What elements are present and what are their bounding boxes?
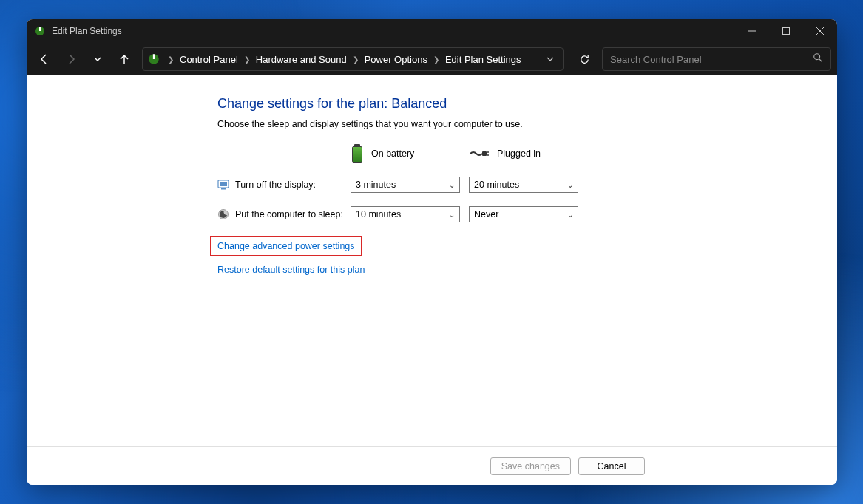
dropdown-value: 20 minutes xyxy=(474,180,519,190)
battery-icon xyxy=(351,144,364,163)
links-section: Change advanced power settings Restore d… xyxy=(217,236,808,284)
column-headers: On battery Plugged in xyxy=(217,144,808,163)
app-icon xyxy=(34,25,46,37)
setting-sleep: Put the computer to sleep: 10 minutes⌄ N… xyxy=(217,206,808,222)
sleep-battery-dropdown[interactable]: 10 minutes⌄ xyxy=(351,206,460,222)
maximize-button[interactable] xyxy=(769,19,803,43)
chevron-down-icon: ⌄ xyxy=(449,181,455,189)
setting-label: Turn off the display: xyxy=(235,180,316,190)
save-button[interactable]: Save changes xyxy=(490,457,571,475)
display-icon xyxy=(217,179,229,191)
breadcrumb-item[interactable]: Edit Plan Settings xyxy=(442,52,524,67)
refresh-button[interactable] xyxy=(572,47,596,71)
setting-display: Turn off the display: 3 minutes⌄ 20 minu… xyxy=(217,177,808,193)
chevron-down-icon: ⌄ xyxy=(449,211,455,219)
svg-rect-15 xyxy=(221,188,226,190)
display-battery-dropdown[interactable]: 3 minutes⌄ xyxy=(351,177,460,193)
dropdown-value: 10 minutes xyxy=(356,209,401,219)
dropdown-value: Never xyxy=(474,209,498,219)
window: Edit Plan Settings ❯ Control Panel ❯ Har… xyxy=(27,19,837,485)
chevron-down-icon: ⌄ xyxy=(567,181,573,189)
address-bar: ❯ Control Panel ❯ Hardware and Sound ❯ P… xyxy=(27,43,837,75)
change-advanced-link[interactable]: Change advanced power settings xyxy=(210,236,362,256)
breadcrumb-item[interactable]: Control Panel xyxy=(177,52,241,67)
chevron-right-icon: ❯ xyxy=(430,55,442,64)
svg-point-8 xyxy=(814,54,820,60)
svg-rect-7 xyxy=(153,54,155,59)
minimize-button[interactable] xyxy=(735,19,769,43)
search-input[interactable] xyxy=(610,54,813,65)
sleep-icon xyxy=(217,208,229,220)
col-plugged-in: Plugged in xyxy=(469,144,587,163)
svg-rect-1 xyxy=(39,27,41,31)
close-button[interactable] xyxy=(803,19,837,43)
display-plugged-dropdown[interactable]: 20 minutes⌄ xyxy=(469,177,578,193)
svg-rect-10 xyxy=(482,151,487,156)
window-title: Edit Plan Settings xyxy=(52,26,122,36)
svg-rect-14 xyxy=(220,182,227,186)
sleep-plugged-dropdown[interactable]: Never⌄ xyxy=(469,206,578,222)
col-label: On battery xyxy=(371,149,414,159)
back-button[interactable] xyxy=(33,47,56,71)
forward-button[interactable] xyxy=(59,47,83,71)
breadcrumb-item[interactable]: Power Options xyxy=(362,52,430,67)
content-area: Change settings for the plan: Balanced C… xyxy=(27,75,837,446)
setting-label: Put the computer to sleep: xyxy=(235,209,343,219)
chevron-right-icon: ❯ xyxy=(350,55,362,64)
search-box[interactable] xyxy=(602,47,831,71)
recent-button[interactable] xyxy=(86,47,109,71)
breadcrumb-item[interactable]: Hardware and Sound xyxy=(253,52,350,67)
breadcrumb[interactable]: ❯ Control Panel ❯ Hardware and Sound ❯ P… xyxy=(142,47,564,71)
up-button[interactable] xyxy=(112,47,136,71)
page-heading: Change settings for the plan: Balanced xyxy=(217,96,808,112)
restore-defaults-link[interactable]: Restore default settings for this plan xyxy=(217,265,365,275)
chevron-right-icon: ❯ xyxy=(165,55,177,64)
dropdown-value: 3 minutes xyxy=(356,180,396,190)
col-on-battery: On battery xyxy=(351,144,469,163)
svg-line-9 xyxy=(819,59,822,62)
titlebar: Edit Plan Settings xyxy=(27,19,837,43)
svg-rect-3 xyxy=(783,28,790,35)
col-label: Plugged in xyxy=(497,149,541,159)
power-options-icon xyxy=(147,52,160,66)
page-subtext: Choose the sleep and display settings th… xyxy=(217,119,808,129)
footer: Save changes Cancel xyxy=(27,446,837,485)
plug-icon xyxy=(469,149,490,159)
chevron-down-icon[interactable] xyxy=(542,51,558,67)
search-icon[interactable] xyxy=(813,52,823,66)
cancel-button[interactable]: Cancel xyxy=(578,457,645,475)
chevron-down-icon: ⌄ xyxy=(567,211,573,219)
chevron-right-icon: ❯ xyxy=(241,55,253,64)
